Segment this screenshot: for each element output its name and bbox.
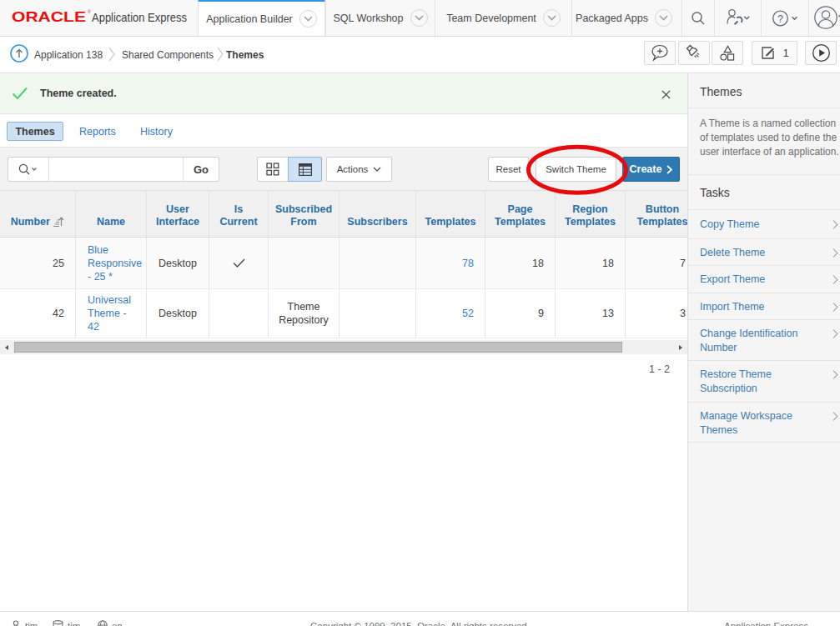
svg-text:ORACLE: ORACLE xyxy=(12,9,86,24)
svg-text:?: ? xyxy=(777,13,783,24)
svg-text:®: ® xyxy=(88,9,91,14)
svg-text:Application Express: Application Express xyxy=(92,11,187,24)
